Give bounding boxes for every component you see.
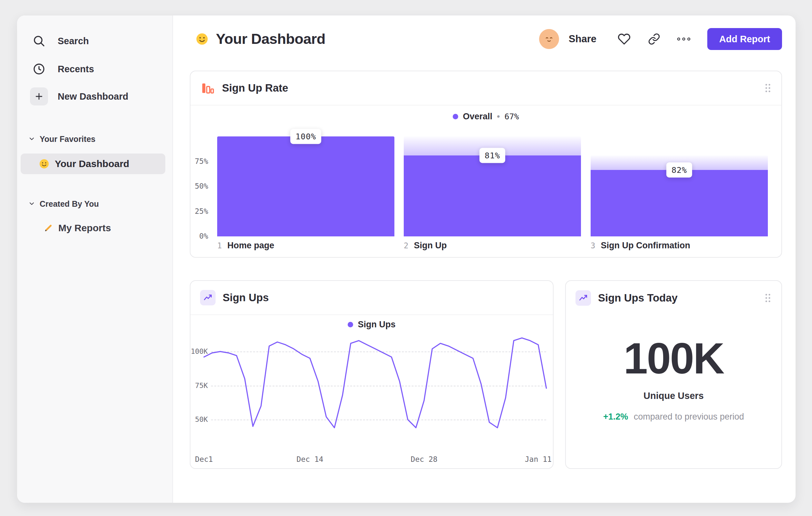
- funnel-y-tick-label: 25%: [191, 207, 208, 215]
- legend-label: Overall: [463, 112, 492, 121]
- relieved-face-avatar[interactable]: [539, 29, 559, 49]
- heart-icon[interactable]: [618, 33, 631, 46]
- funnel-bar[interactable]: [217, 136, 395, 236]
- funnel-legend: Overall • 67%: [191, 109, 781, 124]
- smiley-icon: [39, 158, 50, 169]
- unique-users-value: 100K: [566, 333, 781, 383]
- funnel-y-tick-label: 50%: [191, 182, 208, 190]
- delta-row: +1.2% compared to previous period: [566, 412, 781, 422]
- unique-users-label: Unique Users: [566, 390, 781, 401]
- step-number: 3: [591, 241, 595, 250]
- sidebar-item-search[interactable]: Search: [30, 31, 89, 51]
- bottom-card-row: Sign Ups Sign Ups 100K75K50KDec1Dec 14De…: [190, 280, 782, 469]
- search-icon: [30, 32, 48, 50]
- legend-separator: •: [497, 112, 500, 121]
- step-number: 2: [404, 241, 408, 250]
- chevron-down-icon: [29, 199, 35, 209]
- drag-handle-icon[interactable]: [764, 293, 772, 303]
- funnel-bar-dropoff-gradient: [591, 156, 768, 170]
- line-chart-icon: [576, 290, 591, 306]
- chevron-down-icon: [29, 134, 35, 144]
- funnel-bar[interactable]: [404, 156, 581, 236]
- grid-line: [211, 386, 546, 386]
- legend-label: Sign Ups: [358, 320, 395, 330]
- step-name: Home page: [227, 241, 274, 251]
- funnel-step-label: 2Sign Up: [404, 241, 446, 251]
- sidebar-item-new-dashboard[interactable]: New Dashboard: [30, 86, 128, 107]
- funnel-y-tick-label: 0%: [191, 232, 208, 240]
- sign-up-rate-card: Sign Up Rate Overall • 67% 75%50%25%0%10…: [190, 71, 782, 258]
- clock-icon: [30, 60, 48, 78]
- sidebar-item-label: My Reports: [58, 222, 111, 234]
- dashboard-header: Your Dashboard Share Add Report: [190, 27, 782, 51]
- line-x-tick-label: Jan 11: [525, 455, 552, 463]
- sidebar-item-label: Search: [58, 36, 89, 47]
- sidebar-item-label: Your Dashboard: [55, 158, 129, 169]
- sidebar-item-recents[interactable]: Recents: [30, 59, 94, 79]
- legend-dot: [453, 114, 458, 119]
- card-title: Sign Ups: [223, 292, 269, 304]
- section-title: Created By You: [40, 199, 99, 209]
- sign-ups-card: Sign Ups Sign Ups 100K75K50KDec1Dec 14De…: [190, 280, 554, 469]
- sign-ups-today-card: Sign Ups Today 100K Unique Users +1.2% c…: [565, 280, 782, 469]
- sidebar-item-label: New Dashboard: [58, 91, 128, 102]
- line-series[interactable]: [204, 338, 547, 428]
- sidebar-item-your-dashboard[interactable]: Your Dashboard: [21, 154, 165, 174]
- step-name: Sign Up Confirmation: [601, 241, 690, 251]
- share-button[interactable]: Share: [569, 33, 597, 45]
- line-y-tick-label: 75K: [191, 382, 208, 389]
- main-content: Your Dashboard Share Add Report: [173, 16, 795, 503]
- created-by-you-section-header[interactable]: Created By You: [29, 197, 99, 210]
- app-window: Search Recents New Dashboard Your Favori…: [17, 16, 795, 503]
- section-title: Your Favorites: [40, 134, 95, 144]
- legend-dot: [348, 322, 353, 327]
- line-x-tick-label: Dec 28: [411, 455, 438, 463]
- card-title: Sign Ups Today: [598, 292, 678, 304]
- step-name: Sign Up: [414, 241, 446, 251]
- delta-value: +1.2%: [603, 412, 628, 422]
- desktop: { "colors": { "accent_purple": "#7D5BFB"…: [0, 0, 812, 516]
- card-title: Sign Up Rate: [222, 82, 288, 94]
- legend-value: 67%: [504, 112, 519, 121]
- line-legend: Sign Ups: [191, 315, 553, 334]
- drag-handle-icon[interactable]: [764, 83, 772, 93]
- plus-icon: [30, 87, 48, 105]
- header-actions: Share Add Report: [539, 28, 782, 50]
- page-title: Your Dashboard: [216, 31, 325, 47]
- line-chart-icon: [200, 290, 215, 305]
- card-header: Sign Ups: [191, 281, 553, 315]
- sidebar: Search Recents New Dashboard Your Favori…: [17, 16, 173, 503]
- card-header: Sign Up Rate: [191, 71, 781, 105]
- funnel-step-label: 3Sign Up Confirmation: [591, 241, 690, 251]
- step-number: 1: [217, 241, 222, 250]
- card-header: Sign Ups Today: [566, 281, 781, 315]
- funnel-chart-icon: [200, 81, 215, 96]
- line-x-tick-label: Dec 14: [296, 455, 323, 463]
- pencil-icon: [44, 223, 53, 233]
- line-y-tick-label: 50K: [191, 415, 208, 424]
- link-icon[interactable]: [648, 33, 660, 45]
- funnel-step-label: 1Home page: [217, 241, 274, 251]
- grid-line: [211, 419, 546, 420]
- smiley-icon: [195, 32, 209, 46]
- favorites-section-header[interactable]: Your Favorites: [29, 133, 95, 145]
- more-options-icon[interactable]: [676, 36, 691, 42]
- line-y-tick-label: 100K: [191, 347, 208, 355]
- sidebar-item-my-reports[interactable]: My Reports: [44, 218, 111, 238]
- funnel-bar-dropoff-gradient: [404, 136, 581, 156]
- line-x-tick-label: Dec1: [195, 455, 213, 463]
- sidebar-item-label: Recents: [58, 64, 94, 75]
- add-report-button[interactable]: Add Report: [707, 28, 782, 50]
- grid-line: [211, 352, 546, 352]
- delta-caption: compared to previous period: [634, 412, 744, 422]
- funnel-y-tick-label: 75%: [191, 157, 208, 165]
- funnel-bar[interactable]: [591, 170, 768, 236]
